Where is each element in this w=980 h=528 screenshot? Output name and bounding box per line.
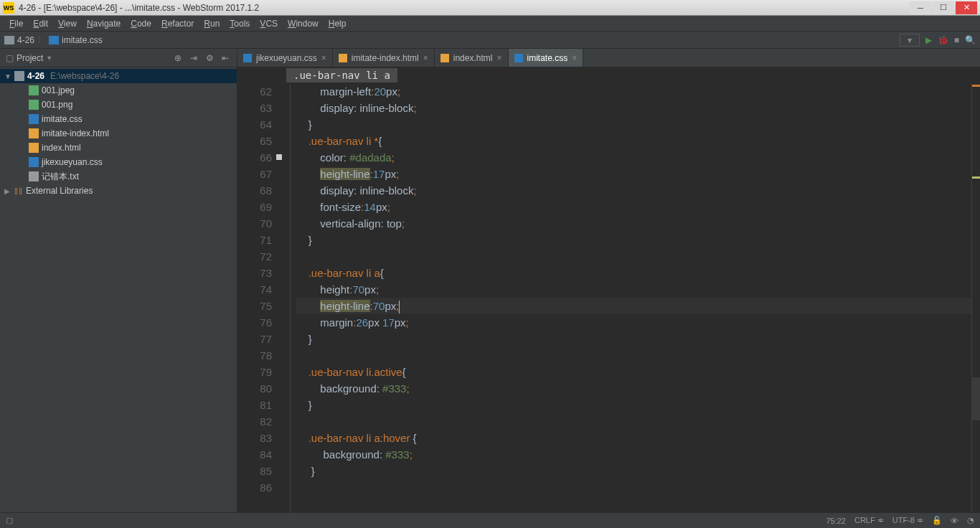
libraries-icon: ⫿⫿ — [14, 186, 23, 196]
html-file-icon — [440, 54, 449, 62]
external-libraries[interactable]: ▶ ⫿⫿ External Libraries — [0, 184, 237, 198]
error-stripe[interactable] — [971, 83, 980, 512]
file-name: 记错本.txt — [42, 171, 79, 183]
css-file-icon — [29, 157, 39, 167]
gear-icon[interactable]: ⚙ — [204, 52, 215, 64]
css-file-icon — [29, 114, 39, 124]
breadcrumb: 4-26 〉 imitate.css — [4, 34, 103, 46]
close-tab-icon[interactable]: × — [423, 53, 428, 63]
menubar: FileEditViewNavigateCodeRefactorRunTools… — [0, 16, 980, 32]
html-file-icon — [29, 128, 39, 138]
editor-tabs: jikexueyuan.css×imitate-index.html×index… — [237, 49, 980, 67]
app-icon: WS — [3, 2, 14, 14]
expand-arrow-icon[interactable]: ▼ — [4, 72, 11, 80]
tree-root-path: E:\webspace\4-26 — [50, 71, 119, 81]
stop-button[interactable]: ■ — [954, 35, 959, 45]
tab-label: imitate-index.html — [352, 53, 419, 63]
inspection-icon[interactable]: 👁 — [951, 517, 958, 525]
navigation-bar: 4-26 〉 imitate.css ▾ ▶ 🐞 ■ 🔍 — [0, 32, 980, 49]
scroll-from-source-icon[interactable]: ⊕ — [172, 52, 184, 64]
folder-icon — [14, 71, 24, 81]
menu-vcs[interactable]: VCS — [255, 19, 283, 29]
menu-file[interactable]: File — [4, 19, 28, 29]
tree-file[interactable]: imitate.css — [0, 112, 237, 126]
editor-breadcrumb: .ue-bar-nav li a — [237, 67, 980, 83]
menu-window[interactable]: Window — [283, 19, 324, 29]
hide-icon[interactable]: ⇤ — [220, 52, 231, 64]
close-button[interactable]: ✕ — [956, 1, 977, 14]
editor-tab[interactable]: imitate.css× — [509, 49, 584, 67]
window-title: 4-26 - [E:\webspace\4-26] - ...\imitate.… — [19, 3, 910, 13]
minimize-button[interactable]: ─ — [910, 1, 931, 14]
tree-file[interactable]: 记错本.txt — [0, 169, 237, 184]
tool-windows-icon[interactable]: ▢ — [6, 516, 13, 524]
file-name: jikexueyuan.css — [42, 157, 103, 167]
txt-file-icon — [29, 171, 39, 182]
close-tab-icon[interactable]: × — [572, 53, 577, 63]
folder-icon — [4, 36, 14, 44]
html-file-icon — [339, 54, 347, 62]
project-panel-title[interactable]: Project — [17, 53, 43, 63]
tab-label: jikexueyuan.css — [256, 53, 317, 63]
editor-tab[interactable]: jikexueyuan.css× — [237, 49, 333, 67]
breadcrumb-file[interactable]: imitate.css — [49, 35, 103, 45]
menu-code[interactable]: Code — [126, 19, 156, 29]
menu-edit[interactable]: Edit — [28, 19, 53, 29]
editor-tab[interactable]: imitate-index.html× — [333, 49, 435, 67]
menu-refactor[interactable]: Refactor — [156, 19, 199, 29]
search-icon[interactable]: 🔍 — [965, 35, 976, 45]
code-content[interactable]: margin-left:20px; display: inline-block;… — [291, 83, 971, 512]
file-name: imitate.css — [42, 114, 83, 124]
code-editor[interactable]: 6263646566676869707172737475767778798081… — [237, 83, 980, 512]
file-encoding[interactable]: UTF-8 ≑ — [892, 516, 923, 525]
css-file-icon — [49, 36, 59, 44]
tree-file[interactable]: jikexueyuan.css — [0, 155, 237, 169]
menu-help[interactable]: Help — [324, 19, 352, 29]
run-button[interactable]: ▶ — [925, 35, 932, 45]
css-file-icon — [514, 54, 523, 62]
collapse-icon[interactable]: ⇥ — [188, 52, 199, 64]
project-tool-window: ▢ Project ▼ ⊕ ⇥ ⚙ ⇤ ▼ 4-26 E:\webspace\4… — [0, 49, 237, 512]
menu-view[interactable]: View — [53, 19, 82, 29]
window-titlebar: WS 4-26 - [E:\webspace\4-26] - ...\imita… — [0, 0, 980, 16]
debug-button[interactable]: 🐞 — [938, 35, 948, 45]
img-file-icon — [29, 100, 39, 110]
line-separator[interactable]: CRLF ≑ — [854, 516, 884, 525]
tree-file[interactable]: imitate-index.html — [0, 126, 237, 141]
maximize-button[interactable]: ☐ — [933, 1, 954, 14]
file-name: imitate-index.html — [42, 128, 109, 138]
fold-column[interactable] — [279, 83, 291, 512]
tab-label: imitate.css — [527, 53, 568, 63]
tree-root[interactable]: ▼ 4-26 E:\webspace\4-26 — [0, 69, 237, 83]
breadcrumb-project[interactable]: 4-26 — [4, 35, 34, 45]
close-tab-icon[interactable]: × — [321, 53, 326, 63]
tab-label: index.html — [453, 53, 493, 63]
run-config-dropdown[interactable]: ▾ — [900, 34, 920, 47]
close-tab-icon[interactable]: × — [496, 53, 501, 63]
css-selector-crumb[interactable]: .ue-bar-nav li a — [286, 68, 397, 82]
expand-arrow-icon[interactable]: ▶ — [4, 187, 11, 195]
css-file-icon — [243, 54, 252, 62]
project-tree[interactable]: ▼ 4-26 E:\webspace\4-26 001.jpeg001.pngi… — [0, 67, 237, 512]
chevron-down-icon[interactable]: ▼ — [46, 55, 52, 62]
editor-tab[interactable]: index.html× — [435, 49, 509, 67]
tree-root-name: 4-26 — [27, 71, 44, 81]
chevron-right-icon: 〉 — [37, 34, 46, 46]
tree-file[interactable]: 001.jpeg — [0, 83, 237, 98]
editor-area: jikexueyuan.css×imitate-index.html×index… — [237, 49, 980, 512]
file-name: index.html — [42, 143, 81, 153]
menu-navigate[interactable]: Navigate — [82, 19, 126, 29]
line-number-gutter: 6263646566676869707172737475767778798081… — [237, 83, 279, 512]
cursor-position[interactable]: 75:22 — [826, 517, 846, 525]
status-bar: ▢ 75:22 CRLF ≑ UTF-8 ≑ 🔓 👁 ◔ — [0, 512, 980, 528]
menu-tools[interactable]: Tools — [225, 19, 255, 29]
tree-file[interactable]: 001.png — [0, 98, 237, 112]
memory-icon[interactable]: ◔ — [967, 516, 974, 525]
file-name: 001.png — [42, 100, 72, 110]
read-only-icon[interactable]: 🔓 — [932, 516, 942, 525]
img-file-icon — [29, 85, 39, 95]
breadcrumb-file-label: imitate.css — [62, 35, 103, 45]
project-panel-header: ▢ Project ▼ ⊕ ⇥ ⚙ ⇤ — [0, 49, 237, 67]
menu-run[interactable]: Run — [199, 19, 225, 29]
tree-file[interactable]: index.html — [0, 141, 237, 155]
